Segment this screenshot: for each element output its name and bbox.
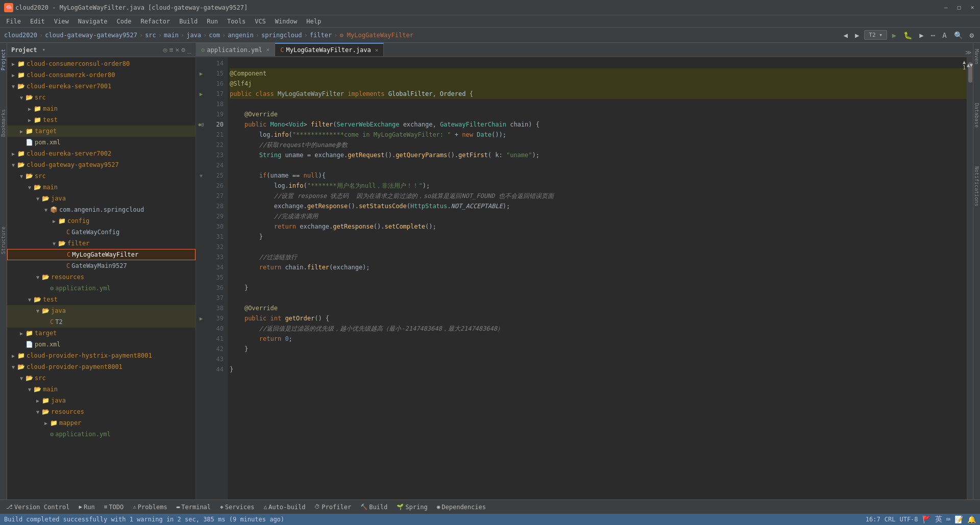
expand-arrow[interactable]: ▼ xyxy=(26,297,34,303)
minimize-button[interactable]: — xyxy=(942,4,949,11)
expand-arrow[interactable]: ▶ xyxy=(26,106,34,112)
tab-application-yml[interactable]: ⚙ application.yml × xyxy=(196,43,275,56)
nav-forward-button[interactable]: ▶ xyxy=(853,30,861,40)
breadcrumb-src[interactable]: src xyxy=(145,32,156,39)
expand-arrow[interactable]: ▼ xyxy=(42,207,50,213)
tab-close-button[interactable]: × xyxy=(266,46,270,53)
gutter-line-15[interactable]: ▶ xyxy=(196,68,206,79)
menu-view[interactable]: View xyxy=(50,17,73,26)
tree-item-gatewaymain[interactable]: ▶ C GateWayMain9527 xyxy=(7,260,195,271)
expand-arrow[interactable]: ▼ xyxy=(9,364,17,370)
gutter-line-20[interactable]: ●@ xyxy=(196,119,206,130)
expand-arrow[interactable]: ▶ xyxy=(9,353,17,359)
expand-arrow[interactable]: ▼ xyxy=(26,387,34,392)
search-everywhere-button[interactable]: 🔍 xyxy=(952,30,965,40)
tree-item-src2[interactable]: ▼ 📂 src xyxy=(7,170,195,182)
tree-item-target1[interactable]: ▶ 📁 target xyxy=(7,126,195,137)
run-gutter-icon[interactable]: ▶ xyxy=(200,91,203,97)
tree-item-main2[interactable]: ▼ 📂 main xyxy=(7,182,195,193)
menu-code[interactable]: Code xyxy=(113,17,136,26)
expand-arrow[interactable]: ▼ xyxy=(26,185,34,190)
expand-arrow[interactable]: ▼ xyxy=(17,376,26,381)
sidebar-tab-notifications[interactable]: Notifications xyxy=(973,164,980,208)
sidebar-tab-bookmarks[interactable]: Bookmarks xyxy=(0,107,7,139)
tree-item-test2[interactable]: ▼ 📂 test xyxy=(7,294,195,305)
expand-arrow[interactable]: ▶ xyxy=(17,129,26,134)
expand-arrow[interactable]: ▶ xyxy=(26,117,34,123)
tree-item-resources[interactable]: ▼ 📂 resources xyxy=(7,271,195,283)
bottom-tab-spring[interactable]: 🌱 Spring xyxy=(393,503,431,512)
tree-item-mapper[interactable]: ▶ 📁 mapper xyxy=(7,417,195,429)
tree-item-config[interactable]: ▶ 📁 config xyxy=(7,215,195,227)
menu-tools[interactable]: Tools xyxy=(223,17,250,26)
tree-item-eureka7001[interactable]: ▼ 📂 cloud-eureka-server7001 xyxy=(7,81,195,92)
tree-item-target2[interactable]: ▶ 📁 target xyxy=(7,328,195,339)
minimize-panel-icon[interactable]: _ xyxy=(187,46,191,54)
breadcrumb-class[interactable]: ⚙ MyLogGateWayFilter xyxy=(339,32,413,39)
fold-icon[interactable]: ▼ xyxy=(200,173,203,179)
tree-item-java3[interactable]: ▶ 📁 java xyxy=(7,395,195,406)
expand-arrow[interactable]: ▼ xyxy=(17,173,26,179)
tree-item-hystrix[interactable]: ▶ 📁 cloud-provider-hystrix-payment8001 xyxy=(7,350,195,361)
expand-arrow[interactable]: ▼ xyxy=(34,409,42,415)
tree-item-consumerconsul[interactable]: ▶ 📁 cloud-consumerconsul-order80 xyxy=(7,58,195,69)
sidebar-tab-maven[interactable]: Maven xyxy=(973,47,980,66)
tab-overflow-button[interactable]: ≫ xyxy=(964,49,973,56)
tree-item-package[interactable]: ▼ 📦 com.angenin.springcloud xyxy=(7,204,195,215)
expand-arrow[interactable]: ▼ xyxy=(17,95,26,101)
tree-item-src1[interactable]: ▼ 📂 src xyxy=(7,92,195,103)
expand-arrow[interactable]: ▶ xyxy=(42,420,50,426)
tree-item-main1[interactable]: ▶ 📁 main xyxy=(7,103,195,114)
tree-item-myloggatewayfilter[interactable]: ▶ C MyLogGateWayFilter xyxy=(7,249,195,260)
run-gutter-icon[interactable]: ▶ xyxy=(200,315,203,322)
tree-item-pom1[interactable]: ▶ 📄 pom.xml xyxy=(7,137,195,148)
scope-icon[interactable]: ◎ xyxy=(163,46,167,54)
bottom-tab-autobuild[interactable]: △ Auto-build xyxy=(259,503,309,512)
expand-arrow[interactable]: ▼ xyxy=(34,196,42,202)
breadcrumb-cloud2020[interactable]: cloud2020 xyxy=(4,32,37,39)
menu-vcs[interactable]: VCS xyxy=(251,17,270,26)
breadcrumb-angenin[interactable]: angenin xyxy=(228,32,254,39)
gutter-line-17[interactable]: ▶ xyxy=(196,89,206,99)
menu-help[interactable]: Help xyxy=(302,17,325,26)
breadcrumb-main[interactable]: main xyxy=(164,32,179,39)
menu-window[interactable]: Window xyxy=(271,17,301,26)
expand-arrow[interactable]: ▼ xyxy=(9,162,17,168)
bottom-tab-versioncontrol[interactable]: ⎇ Version Control xyxy=(2,503,74,512)
expand-arrow[interactable]: ▼ xyxy=(34,274,42,280)
expand-arrow[interactable]: ▼ xyxy=(9,84,17,89)
hide-icon[interactable]: × xyxy=(176,46,180,54)
bottom-tab-problems[interactable]: ⚠ Problems xyxy=(129,503,171,512)
tree-item-eureka7002[interactable]: ▶ 📁 cloud-eureka-server7002 xyxy=(7,148,195,159)
bottom-tab-run[interactable]: ▶ Run xyxy=(75,503,99,512)
breadcrumb-java[interactable]: java xyxy=(186,32,201,39)
run-gutter-icon[interactable]: ▶ xyxy=(200,70,203,77)
tree-item-consumerzk[interactable]: ▶ 📁 cloud-consumerzk-order80 xyxy=(7,69,195,81)
tree-item-appyml-p[interactable]: ▶ ⚙ application.yml xyxy=(7,429,195,440)
annotation-arrow-down[interactable]: ▼ xyxy=(970,62,973,68)
run-button[interactable]: ▶ xyxy=(890,30,898,40)
debug-button[interactable]: 🐛 xyxy=(901,30,914,40)
menu-file[interactable]: File xyxy=(2,17,25,26)
tree-item-gateconfig[interactable]: ▶ C GateWayConfig xyxy=(7,227,195,238)
sidebar-tab-structure[interactable]: Structure xyxy=(0,224,7,256)
bottom-tab-profiler[interactable]: ⏱ Profiler xyxy=(310,503,355,512)
expand-arrow[interactable]: ▶ xyxy=(9,151,17,157)
tree-item-gateway9527[interactable]: ▼ 📂 cloud-gateway-gateway9527 xyxy=(7,159,195,170)
nav-back-button[interactable]: ◀ xyxy=(841,30,849,40)
maximize-button[interactable]: □ xyxy=(955,4,963,11)
editor-scrollbar[interactable]: ▲ 1 ▲ ▼ xyxy=(967,57,973,499)
tab-myloggatewayfilter[interactable]: C MyLogGateWayFilter.java × xyxy=(275,43,384,56)
gutter-line-39[interactable]: ▶ xyxy=(196,313,206,323)
tree-item-appyml-gw[interactable]: ▶ ⚙ application.yml xyxy=(7,283,195,294)
tree-item-resources3[interactable]: ▼ 📂 resources xyxy=(7,406,195,417)
translate-button[interactable]: A xyxy=(940,30,948,40)
expand-arrow[interactable]: ▶ xyxy=(50,218,58,224)
breadcrumb-springcloud[interactable]: springcloud xyxy=(261,32,302,39)
expand-arrow[interactable]: ▶ xyxy=(9,72,17,78)
breadcrumb-filter[interactable]: filter xyxy=(310,32,332,39)
menu-build[interactable]: Build xyxy=(175,17,202,26)
tree-item-java2[interactable]: ▼ 📂 java xyxy=(7,193,195,204)
more-button[interactable]: ⋯ xyxy=(929,30,937,40)
tree-item-java-test[interactable]: ▼ 📂 java xyxy=(7,305,195,316)
